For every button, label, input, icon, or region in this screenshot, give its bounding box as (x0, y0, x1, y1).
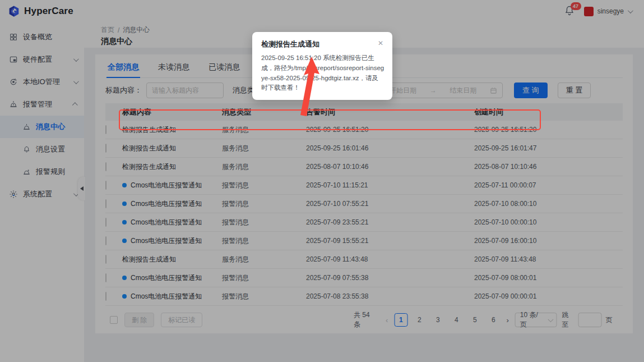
close-icon[interactable]: ✕ (377, 39, 384, 47)
notification-title: 检测报告生成通知 (261, 39, 319, 49)
notification-popup: 检测报告生成通知 ✕ 2025-09-25 16:51:20 系统检测报告已生成… (252, 32, 392, 100)
notification-body: 2025-09-25 16:51:20 系统检测报告已生成，路径为/tmp/so… (261, 53, 384, 93)
